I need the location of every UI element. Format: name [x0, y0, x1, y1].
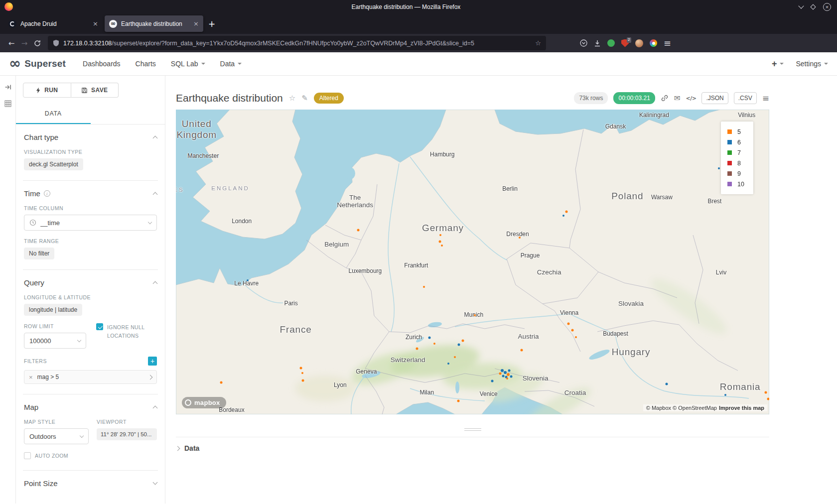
edit-title-icon[interactable]	[301, 94, 308, 103]
map-header[interactable]: Map	[24, 403, 157, 411]
extension-green-icon[interactable]	[607, 39, 615, 47]
expand-panel-icon[interactable]	[4, 84, 11, 93]
info-icon	[44, 190, 50, 197]
chart-menu-icon[interactable]	[762, 93, 769, 103]
auto-zoom-label: AUTO ZOOM	[35, 452, 68, 460]
dataset-grid-icon[interactable]	[4, 100, 11, 109]
chevron-up-icon	[153, 406, 158, 411]
viewport-value[interactable]: 11° 28' 29.70" | 50...	[97, 428, 157, 440]
superset-logo[interactable]: Superset	[9, 58, 66, 70]
lonlat-pill[interactable]: longitude | latitude	[24, 304, 82, 316]
legend-swatch	[727, 171, 732, 176]
legend-label: 9	[737, 170, 741, 177]
nav-data[interactable]: Data	[220, 60, 242, 68]
data-point	[575, 336, 577, 338]
legend-item[interactable]: 5	[727, 126, 744, 137]
section-chart-type: Chart type VISUALIZATION TYPE deck.gl Sc…	[23, 125, 158, 181]
legend-item[interactable]: 6	[727, 137, 744, 147]
map-style-select[interactable]: Outdoors	[24, 428, 89, 444]
panel-tabs: DATA	[16, 105, 165, 125]
row-limit-select[interactable]: 100000	[24, 333, 86, 349]
improve-map-link[interactable]: Improve this map	[719, 405, 764, 411]
pocket-icon[interactable]	[580, 39, 587, 47]
app-header: Superset DashboardsChartsSQL LabData Set…	[0, 52, 837, 76]
viz-type-pill[interactable]: deck.gl Scatterplot	[24, 158, 83, 170]
viewport-label: VIEWPORT	[97, 419, 157, 425]
time-range-label: TIME RANGE	[24, 238, 157, 244]
filters-label: FILTERS	[24, 358, 47, 364]
downloads-icon[interactable]	[594, 40, 601, 47]
save-button[interactable]: SAVE	[71, 83, 119, 98]
data-panel-header[interactable]: Data	[176, 437, 769, 452]
remove-filter-icon[interactable]	[29, 374, 33, 381]
mapbox-logo[interactable]: mapbox	[182, 397, 226, 408]
section-time: Time TIME COLUMN __time TIME RANGE No fi…	[23, 181, 158, 270]
legend-swatch	[727, 161, 732, 165]
data-point	[441, 245, 443, 247]
data-point	[767, 397, 769, 400]
tracking-protection-icon[interactable]	[53, 39, 59, 47]
maximize-icon[interactable]	[810, 4, 816, 9]
tab-close-icon[interactable]	[93, 20, 98, 27]
export-csv-button[interactable]: .CSV	[734, 92, 757, 104]
time-range-pill[interactable]: No filter	[24, 248, 54, 259]
new-item-dropdown[interactable]	[772, 59, 784, 69]
legend-swatch	[727, 182, 732, 186]
chart-area: Earthquake distribution Altered 73k rows…	[165, 76, 837, 504]
point-size-header[interactable]: Point Size	[24, 479, 157, 488]
legend-item[interactable]: 10	[727, 179, 744, 189]
favorite-star-icon[interactable]	[289, 94, 295, 103]
filter-chip[interactable]: mag > 5	[24, 370, 157, 384]
new-tab-button[interactable]	[208, 19, 215, 29]
legend-item[interactable]: 8	[727, 158, 744, 168]
basemap	[176, 110, 769, 414]
tab-close-icon[interactable]	[193, 20, 199, 27]
legend-label: 8	[737, 160, 741, 167]
chevron-down-icon	[238, 63, 242, 65]
legend-swatch	[727, 150, 732, 155]
legend-item[interactable]: 7	[727, 147, 744, 158]
export-json-button[interactable]: .JSON	[701, 92, 728, 104]
nav-dashboards[interactable]: Dashboards	[83, 60, 121, 68]
back-icon[interactable]	[5, 39, 18, 48]
ignore-null-checkbox[interactable]	[96, 323, 103, 330]
resize-handle[interactable]	[176, 414, 769, 437]
time-header[interactable]: Time	[24, 189, 157, 198]
map-canvas[interactable]: United KingdomManchesterENGLANDESLondonL…	[176, 110, 769, 414]
url-bar[interactable]: 172.18.0.3:32108/superset/explore/?form_…	[48, 36, 546, 50]
add-filter-button[interactable]	[148, 357, 157, 366]
browser-menu-icon[interactable]	[664, 38, 671, 48]
forward-icon[interactable]	[18, 39, 31, 48]
tab-title: Apache Druid	[20, 20, 90, 27]
minimize-icon[interactable]	[798, 3, 804, 8]
chart-type-header[interactable]: Chart type	[24, 133, 157, 141]
reload-icon[interactable]	[31, 40, 44, 47]
settings-menu[interactable]: Settings	[796, 60, 828, 68]
share-link-icon[interactable]	[661, 94, 669, 102]
window-close-icon[interactable]	[823, 3, 831, 11]
legend-label: 10	[737, 181, 744, 188]
chevron-down-icon	[148, 220, 152, 224]
browser-tab[interactable]: Earthquake distribution	[105, 15, 203, 32]
legend-item[interactable]: 9	[727, 168, 744, 179]
nav-charts[interactable]: Charts	[136, 60, 156, 68]
time-column-select[interactable]: __time	[24, 215, 157, 231]
browser-tab[interactable]: Apache Druid	[4, 15, 103, 32]
extension-colorful-icon[interactable]	[650, 39, 657, 47]
run-button[interactable]: RUN	[23, 83, 71, 98]
bookmark-star-icon[interactable]	[535, 39, 541, 47]
data-point	[718, 167, 720, 169]
tab-data[interactable]: DATA	[16, 105, 91, 124]
email-icon[interactable]	[674, 94, 681, 103]
adblock-shield-icon[interactable]: 2	[621, 39, 629, 47]
tab-title: Earthquake distribution	[121, 20, 190, 27]
profile-avatar[interactable]	[635, 39, 643, 47]
section-query: Query LONGITUDE & LATITUDE longitude | l…	[23, 270, 158, 394]
time-column-label: TIME COLUMN	[24, 205, 157, 211]
embed-code-icon[interactable]	[686, 95, 696, 102]
legend-swatch	[727, 140, 732, 144]
auto-zoom-checkbox[interactable]	[24, 452, 31, 459]
altered-badge[interactable]: Altered	[314, 93, 344, 104]
nav-sql-lab[interactable]: SQL Lab	[171, 60, 205, 68]
query-header[interactable]: Query	[24, 278, 157, 287]
